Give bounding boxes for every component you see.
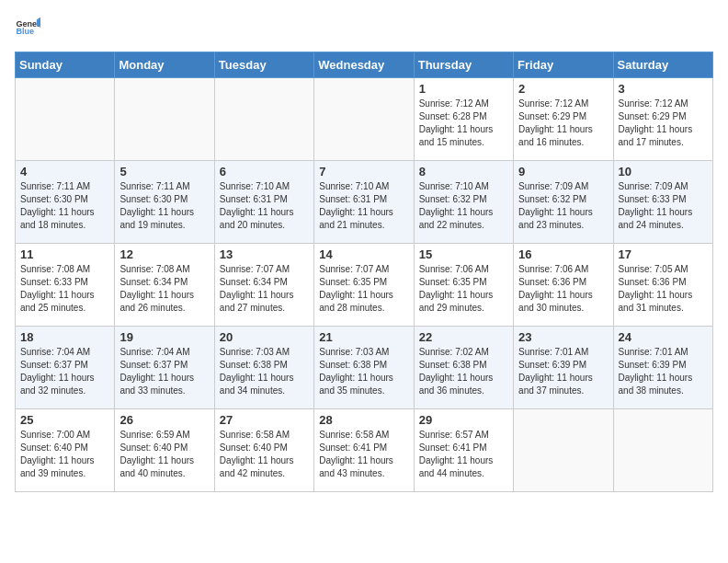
day-info: Sunrise: 7:01 AMSunset: 6:39 PMDaylight:… [518,346,608,397]
day-info: Sunrise: 7:10 AMSunset: 6:31 PMDaylight:… [319,180,408,232]
day-info: Sunrise: 7:12 AMSunset: 6:29 PMDaylight:… [619,98,708,149]
day-number: 7 [319,165,408,178]
calendar-day-cell: 26Sunrise: 6:59 AMSunset: 6:40 PMDayligh… [115,409,214,492]
day-number: 13 [220,247,309,261]
calendar-day-cell: 12Sunrise: 7:08 AMSunset: 6:34 PMDayligh… [115,244,214,327]
calendar-week-row: 25Sunrise: 7:00 AMSunset: 6:40 PMDayligh… [16,409,713,492]
day-number: 8 [419,165,508,178]
day-info: Sunrise: 7:02 AMSunset: 6:38 PMDaylight:… [419,346,508,397]
day-number: 15 [419,247,508,261]
calendar-day-cell: 6Sunrise: 7:10 AMSunset: 6:31 PMDaylight… [214,161,313,244]
calendar-day-cell: 18Sunrise: 7:04 AMSunset: 6:37 PMDayligh… [16,327,115,409]
day-info: Sunrise: 6:58 AMSunset: 6:41 PMDaylight:… [319,429,408,480]
day-info: Sunrise: 6:58 AMSunset: 6:40 PMDaylight:… [220,429,309,480]
calendar-day-cell: 10Sunrise: 7:09 AMSunset: 6:33 PMDayligh… [613,161,712,244]
calendar-day-cell: 5Sunrise: 7:11 AMSunset: 6:30 PMDaylight… [115,161,214,244]
day-number: 20 [220,330,309,344]
day-info: Sunrise: 7:09 AMSunset: 6:33 PMDaylight:… [619,180,708,232]
calendar-header-row: SundayMondayTuesdayWednesdayThursdayFrid… [16,52,713,78]
day-number: 22 [419,330,508,344]
day-number: 23 [518,330,608,344]
calendar-header-sunday: Sunday [16,52,115,78]
calendar-day-cell: 19Sunrise: 7:04 AMSunset: 6:37 PMDayligh… [115,327,214,409]
day-number: 5 [119,165,209,178]
day-number: 11 [20,247,109,261]
logo: General Blue [15,15,40,40]
day-info: Sunrise: 7:05 AMSunset: 6:36 PMDaylight:… [619,263,708,315]
calendar-day-cell [514,409,613,492]
day-number: 25 [20,413,109,427]
calendar-day-cell: 21Sunrise: 7:03 AMSunset: 6:38 PMDayligh… [314,327,414,409]
calendar-day-cell: 23Sunrise: 7:01 AMSunset: 6:39 PMDayligh… [514,327,613,409]
day-number: 17 [619,247,708,261]
calendar-day-cell [115,78,214,161]
calendar-day-cell [214,78,313,161]
calendar-day-cell: 14Sunrise: 7:07 AMSunset: 6:35 PMDayligh… [314,244,414,327]
calendar-day-cell: 16Sunrise: 7:06 AMSunset: 6:36 PMDayligh… [514,244,613,327]
calendar-day-cell: 24Sunrise: 7:01 AMSunset: 6:39 PMDayligh… [613,327,712,409]
calendar-day-cell: 27Sunrise: 6:58 AMSunset: 6:40 PMDayligh… [214,409,313,492]
day-number: 19 [119,330,209,344]
page-header: General Blue [15,15,713,40]
day-info: Sunrise: 7:10 AMSunset: 6:31 PMDaylight:… [220,180,309,232]
day-number: 12 [119,247,209,261]
day-info: Sunrise: 7:00 AMSunset: 6:40 PMDaylight:… [20,429,109,480]
day-number: 14 [319,247,408,261]
day-info: Sunrise: 7:08 AMSunset: 6:33 PMDaylight:… [20,263,109,315]
day-info: Sunrise: 7:07 AMSunset: 6:35 PMDaylight:… [319,263,408,315]
day-number: 29 [419,413,508,427]
calendar-day-cell: 25Sunrise: 7:00 AMSunset: 6:40 PMDayligh… [16,409,115,492]
day-info: Sunrise: 7:11 AMSunset: 6:30 PMDaylight:… [119,180,209,232]
calendar-day-cell: 4Sunrise: 7:11 AMSunset: 6:30 PMDaylight… [16,161,115,244]
calendar-day-cell: 13Sunrise: 7:07 AMSunset: 6:34 PMDayligh… [214,244,313,327]
day-info: Sunrise: 7:09 AMSunset: 6:32 PMDaylight:… [518,180,608,232]
svg-text:Blue: Blue [16,27,34,36]
logo-icon: General Blue [15,15,40,40]
day-info: Sunrise: 6:59 AMSunset: 6:40 PMDaylight:… [119,429,209,480]
calendar-header-friday: Friday [514,52,613,78]
calendar-day-cell: 11Sunrise: 7:08 AMSunset: 6:33 PMDayligh… [16,244,115,327]
calendar-day-cell: 2Sunrise: 7:12 AMSunset: 6:29 PMDaylight… [514,78,613,161]
day-number: 6 [220,165,309,178]
calendar-day-cell: 8Sunrise: 7:10 AMSunset: 6:32 PMDaylight… [414,161,513,244]
calendar-week-row: 11Sunrise: 7:08 AMSunset: 6:33 PMDayligh… [16,244,713,327]
day-info: Sunrise: 7:04 AMSunset: 6:37 PMDaylight:… [20,346,109,397]
calendar-week-row: 18Sunrise: 7:04 AMSunset: 6:37 PMDayligh… [16,327,713,409]
day-info: Sunrise: 7:07 AMSunset: 6:34 PMDaylight:… [220,263,309,315]
day-info: Sunrise: 7:12 AMSunset: 6:29 PMDaylight:… [518,98,608,149]
calendar-week-row: 4Sunrise: 7:11 AMSunset: 6:30 PMDaylight… [16,161,713,244]
day-info: Sunrise: 7:03 AMSunset: 6:38 PMDaylight:… [220,346,309,397]
calendar-day-cell: 28Sunrise: 6:58 AMSunset: 6:41 PMDayligh… [314,409,414,492]
calendar-day-cell: 15Sunrise: 7:06 AMSunset: 6:35 PMDayligh… [414,244,513,327]
day-number: 24 [619,330,708,344]
calendar-day-cell: 22Sunrise: 7:02 AMSunset: 6:38 PMDayligh… [414,327,513,409]
calendar-day-cell [16,78,115,161]
day-number: 3 [619,82,708,96]
day-number: 26 [119,413,209,427]
day-info: Sunrise: 7:08 AMSunset: 6:34 PMDaylight:… [119,263,209,315]
day-number: 2 [518,82,608,96]
day-info: Sunrise: 7:11 AMSunset: 6:30 PMDaylight:… [20,180,109,232]
calendar-week-row: 1Sunrise: 7:12 AMSunset: 6:28 PMDaylight… [16,78,713,161]
calendar-day-cell [613,409,712,492]
calendar-day-cell [314,78,414,161]
calendar-day-cell: 9Sunrise: 7:09 AMSunset: 6:32 PMDaylight… [514,161,613,244]
day-info: Sunrise: 7:10 AMSunset: 6:32 PMDaylight:… [419,180,508,232]
calendar-header-saturday: Saturday [613,52,712,78]
day-info: Sunrise: 7:03 AMSunset: 6:38 PMDaylight:… [319,346,408,397]
calendar-header-monday: Monday [115,52,214,78]
day-info: Sunrise: 7:01 AMSunset: 6:39 PMDaylight:… [619,346,708,397]
calendar-day-cell: 17Sunrise: 7:05 AMSunset: 6:36 PMDayligh… [613,244,712,327]
day-number: 27 [220,413,309,427]
calendar-day-cell: 20Sunrise: 7:03 AMSunset: 6:38 PMDayligh… [214,327,313,409]
calendar-header-thursday: Thursday [414,52,513,78]
day-number: 21 [319,330,408,344]
calendar-day-cell: 3Sunrise: 7:12 AMSunset: 6:29 PMDaylight… [613,78,712,161]
calendar-table: SundayMondayTuesdayWednesdayThursdayFrid… [15,52,713,492]
day-number: 9 [518,165,608,178]
day-number: 16 [518,247,608,261]
calendar-day-cell: 7Sunrise: 7:10 AMSunset: 6:31 PMDaylight… [314,161,414,244]
calendar-header-wednesday: Wednesday [314,52,414,78]
calendar-day-cell: 1Sunrise: 7:12 AMSunset: 6:28 PMDaylight… [414,78,513,161]
day-number: 18 [20,330,109,344]
